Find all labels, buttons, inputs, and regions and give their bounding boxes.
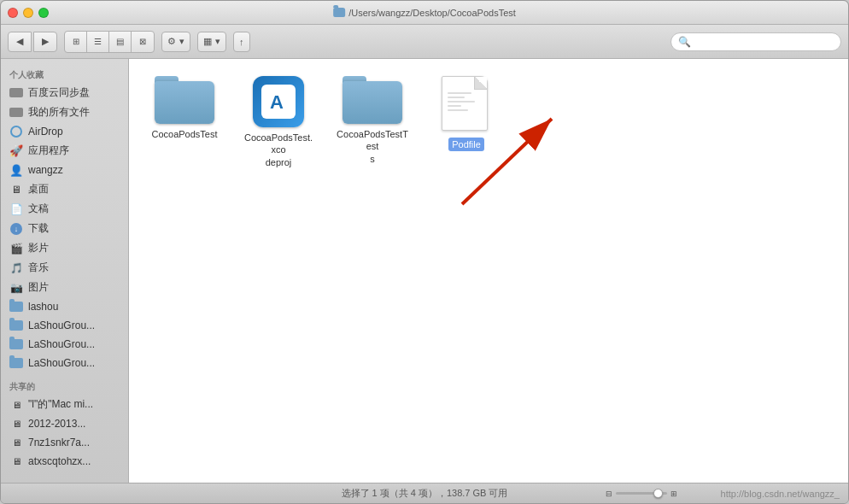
file-item-cocoaPodsTestTests[interactable]: CocoaPodsTestTests bbox=[334, 76, 411, 166]
arrange-icon: ▦ bbox=[203, 36, 212, 47]
file-item-xcodeproj[interactable]: A CocoaPodsTest.xcodeproj bbox=[240, 76, 317, 169]
zoom-slider[interactable]: ⊟ ⊞ bbox=[606, 489, 677, 498]
gear-icon: ⚙ bbox=[167, 36, 176, 47]
search-icon: 🔍 bbox=[678, 36, 691, 48]
lashougroup2-folder-icon bbox=[9, 337, 23, 351]
list-view-button[interactable]: ☰ bbox=[87, 32, 109, 52]
sidebar-item-lashougroup2[interactable]: LaShouGrou... bbox=[1, 335, 128, 354]
statusbar: 选择了 1 项（共 4 项），138.7 GB 可用 ⊟ ⊞ http://bl… bbox=[1, 483, 848, 503]
slider-track[interactable] bbox=[616, 492, 667, 495]
sidebar-item-lashougroup3[interactable]: LaShouGrou... bbox=[1, 354, 128, 372]
file-name-xcodeproj: CocoaPodsTest.xcodeproj bbox=[240, 131, 317, 169]
icon-view-icon: ⊞ bbox=[73, 37, 79, 46]
sidebar-item-downloads[interactable]: ↓ 下载 bbox=[1, 219, 128, 238]
xcode-inner-icon: A bbox=[261, 85, 296, 119]
shared2-icon: 🖥 bbox=[9, 436, 23, 449]
sidebar-item-movies-label: 影片 bbox=[28, 241, 49, 255]
docs-icon: 📄 bbox=[9, 202, 23, 216]
lashougroup1-folder-icon bbox=[9, 319, 23, 332]
file-name-cocoaPodsTest: CocoaPodsTest bbox=[149, 127, 220, 141]
zoom-out-icon: ⊟ bbox=[606, 489, 612, 498]
list-view-icon: ☰ bbox=[94, 37, 102, 46]
sidebar-item-lashou[interactable]: lashou bbox=[1, 297, 128, 316]
files-grid: CocoaPodsTest A CocoaPodsTest.xcodeproj bbox=[129, 59, 848, 186]
back-icon: ◀ bbox=[16, 36, 23, 47]
file-name-podfile: Podfile bbox=[448, 138, 484, 151]
traffic-lights bbox=[8, 8, 49, 18]
sidebar-item-shared1-label: 2012-2013... bbox=[28, 418, 85, 430]
mac1-icon: 🖥 bbox=[9, 398, 23, 412]
sidebar-item-lashou-label: lashou bbox=[28, 301, 58, 313]
content-area: CocoaPodsTest A CocoaPodsTest.xcodeproj bbox=[129, 59, 848, 483]
share-icon: ↑ bbox=[239, 37, 244, 47]
coverflow-view-button[interactable]: ⊠ bbox=[132, 32, 154, 52]
sidebar-item-shared1[interactable]: 🖥 2012-2013... bbox=[1, 414, 128, 433]
sidebar-item-wangzz[interactable]: 👤 wangzz bbox=[1, 161, 128, 179]
sidebar-item-movies[interactable]: 🎬 影片 bbox=[1, 238, 128, 258]
icon-view-button[interactable]: ⊞ bbox=[65, 32, 87, 52]
minimize-button[interactable] bbox=[23, 8, 33, 18]
maximize-button[interactable] bbox=[38, 8, 49, 18]
sidebar-item-baidu[interactable]: 百度云同步盘 bbox=[1, 83, 128, 103]
sidebar-item-shared2[interactable]: 🖥 7nz1snkr7a... bbox=[1, 433, 128, 452]
sidebar-item-airdrop[interactable]: AirDrop bbox=[1, 122, 128, 141]
search-input[interactable] bbox=[694, 37, 834, 47]
sidebar-item-lashougroup1[interactable]: LaShouGrou... bbox=[1, 316, 128, 335]
sidebar-item-shared3[interactable]: 🖥 atxscqtohzx... bbox=[1, 452, 128, 471]
shared3-icon: 🖥 bbox=[9, 454, 23, 468]
sidebar-item-desktop[interactable]: 🖥 桌面 bbox=[1, 179, 128, 199]
column-view-icon: ▤ bbox=[116, 37, 124, 46]
title-folder-icon bbox=[333, 8, 345, 17]
sidebar-item-desktop-label: 桌面 bbox=[28, 182, 49, 196]
search-box[interactable]: 🔍 bbox=[670, 32, 841, 51]
sidebar: 个人收藏 百度云同步盘 我的所有文件 AirDrop 🚀 应用程序 bbox=[1, 59, 129, 483]
sidebar-item-lashougroup3-label: LaShouGrou... bbox=[28, 357, 95, 369]
watermark-text: http://blog.csdn.net/wangzz_ bbox=[721, 489, 840, 499]
podfile-icon bbox=[442, 76, 491, 134]
sidebar-item-shared2-label: 7nz1snkr7a... bbox=[28, 437, 90, 448]
apps-icon: 🚀 bbox=[9, 144, 23, 158]
lashougroup3-folder-icon bbox=[9, 356, 23, 370]
music-icon: 🎵 bbox=[9, 261, 23, 275]
arrange-chevron-icon: ▾ bbox=[215, 36, 220, 47]
titlebar-title: /Users/wangzz/Desktop/CocoaPodsTest bbox=[333, 8, 516, 18]
action-button[interactable]: ⚙ ▾ bbox=[161, 32, 190, 52]
airdrop-icon bbox=[9, 125, 23, 138]
arrange-button[interactable]: ▦ ▾ bbox=[197, 32, 226, 52]
sidebar-item-photos[interactable]: 📷 图片 bbox=[1, 278, 128, 297]
sidebar-item-shared3-label: atxscqtohzx... bbox=[28, 455, 91, 467]
zoom-in-icon: ⊞ bbox=[670, 489, 677, 498]
sidebar-item-allfiles[interactable]: 我的所有文件 bbox=[1, 103, 128, 122]
toolbar: ◀ ▶ ⊞ ☰ ▤ ⊠ ⚙ ▾ ▦ ▾ ↑ 🔍 bbox=[1, 25, 848, 59]
sidebar-item-airdrop-label: AirDrop bbox=[28, 126, 63, 138]
sidebar-item-lashougroup2-label: LaShouGrou... bbox=[28, 338, 95, 350]
sidebar-item-photos-label: 图片 bbox=[28, 280, 49, 295]
sidebar-item-mac1[interactable]: 🖥 "l"的"Mac mi... bbox=[1, 395, 128, 414]
downloads-icon: ↓ bbox=[9, 222, 23, 236]
file-item-cocoaPodsTest[interactable]: CocoaPodsTest bbox=[146, 76, 223, 141]
slider-thumb[interactable] bbox=[653, 489, 663, 498]
action-chevron-icon: ▾ bbox=[179, 36, 184, 47]
allfiles-icon bbox=[9, 106, 23, 120]
sidebar-item-wangzz-label: wangzz bbox=[28, 164, 63, 176]
share-button[interactable]: ↑ bbox=[233, 32, 250, 52]
titlebar: /Users/wangzz/Desktop/CocoaPodsTest bbox=[1, 1, 848, 25]
sidebar-item-apps[interactable]: 🚀 应用程序 bbox=[1, 141, 128, 161]
sidebar-item-mac1-label: "l"的"Mac mi... bbox=[28, 397, 93, 412]
sidebar-item-docs[interactable]: 📄 文稿 bbox=[1, 199, 128, 219]
forward-button[interactable]: ▶ bbox=[33, 32, 57, 52]
view-buttons: ⊞ ☰ ▤ ⊠ bbox=[64, 31, 155, 53]
xcode-a-icon: A bbox=[266, 90, 290, 114]
shared-section-label: 共享的 bbox=[1, 378, 128, 395]
file-item-podfile[interactable]: Podfile bbox=[428, 76, 505, 151]
close-button[interactable] bbox=[8, 8, 18, 18]
sidebar-item-music-label: 音乐 bbox=[28, 261, 49, 275]
file-name-cocoaPodsTestTests: CocoaPodsTestTests bbox=[334, 127, 411, 166]
column-view-button[interactable]: ▤ bbox=[109, 32, 132, 52]
back-button[interactable]: ◀ bbox=[8, 32, 32, 52]
sidebar-item-music[interactable]: 🎵 音乐 bbox=[1, 258, 128, 278]
desktop-icon: 🖥 bbox=[9, 183, 23, 196]
sidebar-item-lashougroup1-label: LaShouGrou... bbox=[28, 319, 95, 331]
personal-section-label: 个人收藏 bbox=[1, 66, 128, 83]
xcode-icon: A bbox=[253, 76, 304, 127]
